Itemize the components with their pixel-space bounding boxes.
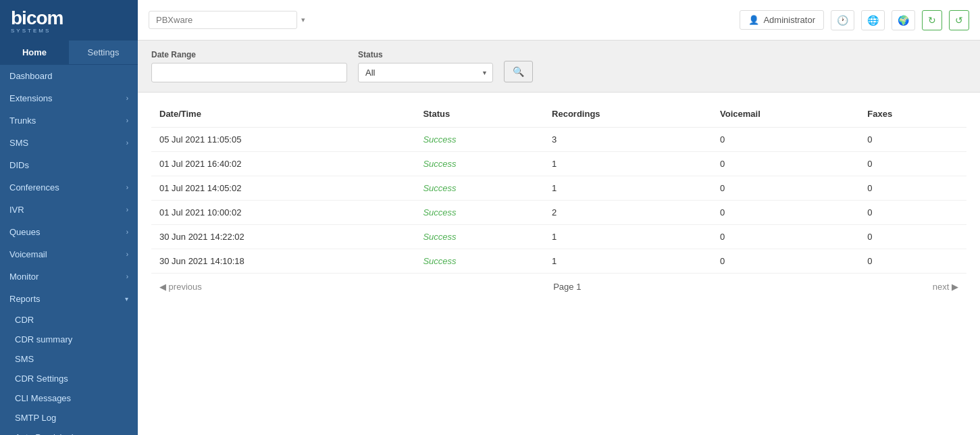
col-recordings: Recordings xyxy=(544,103,712,128)
sidebar-subitem-label: SMS xyxy=(15,354,34,364)
chevron-right-icon: › xyxy=(126,184,128,191)
sidebar-subitem-label: Auto Provisioning xyxy=(15,432,83,435)
status-group: Status All Success Failed xyxy=(358,50,493,82)
sidebar-item-label: SMS xyxy=(9,138,28,148)
table-row: 01 Jul 2021 10:00:02 Success 2 0 0 xyxy=(151,201,966,225)
nav-tabs: Home Settings xyxy=(0,41,138,65)
sidebar-subitem-label: CDR summary xyxy=(15,334,72,344)
sidebar-subitem-label: SMTP Log xyxy=(15,413,56,423)
cell-status: Success xyxy=(415,128,544,152)
tab-settings[interactable]: Settings xyxy=(69,41,138,64)
next-page-link[interactable]: next ▶ xyxy=(933,282,958,292)
sidebar-item-label: Monitor xyxy=(9,272,38,282)
cell-faxes: 0 xyxy=(859,249,966,274)
globe-button[interactable]: 🌐 xyxy=(861,10,885,30)
sidebar-subitem-label: CDR Settings xyxy=(15,374,68,384)
topbar: PBXware ▾ 👤 Administrator 🕐 🌐 🌍 ↻ ↺ xyxy=(138,0,980,41)
chevron-right-icon: › xyxy=(126,206,128,213)
sidebar-item-extensions[interactable]: Extensions › xyxy=(0,87,138,109)
col-datetime: Date/Time xyxy=(151,103,415,128)
table-row: 05 Jul 2021 11:05:05 Success 3 0 0 xyxy=(151,128,966,152)
chevron-right-icon: › xyxy=(126,139,128,147)
globe-icon: 🌐 xyxy=(867,15,879,26)
archiving-table: Date/Time Status Recordings Voicemail Fa… xyxy=(151,103,966,274)
cell-status: Success xyxy=(415,201,544,225)
status-select-wrapper: All Success Failed xyxy=(358,63,493,82)
clock-button[interactable]: 🕐 xyxy=(831,10,854,30)
table-row: 01 Jul 2021 16:40:02 Success 1 0 0 xyxy=(151,152,966,176)
cell-datetime: 30 Jun 2021 14:22:02 xyxy=(151,225,415,249)
cell-datetime: 30 Jun 2021 14:10:18 xyxy=(151,249,415,274)
pbxware-selector: PBXware ▾ xyxy=(149,11,733,29)
sidebar-item-monitor[interactable]: Monitor › xyxy=(0,265,138,288)
globe2-button[interactable]: 🌍 xyxy=(892,10,915,30)
content-area: Date/Time Status Recordings Voicemail Fa… xyxy=(138,93,980,435)
sidebar-item-label: Trunks xyxy=(9,116,36,126)
sidebar-subitem-cdr[interactable]: CDR xyxy=(0,310,138,330)
sidebar-item-label: IVR xyxy=(9,205,24,215)
sidebar-subitem-sms[interactable]: SMS xyxy=(0,349,138,369)
sidebar-subitem-cli-messages[interactable]: CLI Messages xyxy=(0,388,138,408)
admin-label: Administrator xyxy=(763,15,815,25)
sidebar-subitem-label: CDR xyxy=(15,315,34,325)
sidebar-item-dids[interactable]: DIDs xyxy=(0,154,138,176)
sidebar-subitem-cdr-summary[interactable]: CDR summary xyxy=(0,330,138,349)
sidebar-subitem-smtp-log[interactable]: SMTP Log xyxy=(0,408,138,428)
sidebar-item-voicemail[interactable]: Voicemail › xyxy=(0,243,138,265)
sidebar-item-label: Queues xyxy=(9,227,41,237)
cell-faxes: 0 xyxy=(859,152,966,176)
sidebar-item-conferences[interactable]: Conferences › xyxy=(0,176,138,199)
sidebar-item-dashboard[interactable]: Dashboard xyxy=(0,65,138,87)
tab-home[interactable]: Home xyxy=(0,41,69,64)
date-range-group: Date Range 09 Jul 2021 00:00:00 - 09 Jul… xyxy=(151,50,347,82)
sidebar-item-ivr[interactable]: IVR › xyxy=(0,199,138,221)
cell-status: Success xyxy=(415,249,544,274)
col-faxes: Faxes xyxy=(859,103,966,128)
pagination: ◀ previous Page 1 next ▶ xyxy=(151,274,966,295)
sidebar-item-label: DIDs xyxy=(9,160,29,170)
sidebar-item-sms[interactable]: SMS › xyxy=(0,132,138,154)
table-row: 30 Jun 2021 14:22:02 Success 1 0 0 xyxy=(151,225,966,249)
cell-recordings: 2 xyxy=(544,201,712,225)
filterbar: Date Range 09 Jul 2021 00:00:00 - 09 Jul… xyxy=(138,41,980,93)
cell-recordings: 3 xyxy=(544,128,712,152)
chevron-down-icon: ▾ xyxy=(125,295,128,303)
chevron-right-icon: › xyxy=(126,228,128,236)
cell-voicemail: 0 xyxy=(712,225,859,249)
sidebar: bicom SYSTEMS Home Settings Dashboard Ex… xyxy=(0,0,138,435)
sidebar-item-label: Voicemail xyxy=(9,249,47,259)
cell-recordings: 1 xyxy=(544,176,712,201)
administrator-button[interactable]: 👤 Administrator xyxy=(740,10,824,30)
cell-faxes: 0 xyxy=(859,176,966,201)
previous-page-link[interactable]: ◀ previous xyxy=(159,282,202,292)
refresh-button[interactable]: ↻ xyxy=(922,10,942,30)
col-voicemail: Voicemail xyxy=(712,103,859,128)
page-info: Page 1 xyxy=(553,282,581,292)
date-range-label: Date Range xyxy=(151,50,347,59)
globe2-icon: 🌍 xyxy=(898,15,909,26)
cell-faxes: 0 xyxy=(859,225,966,249)
cell-faxes: 0 xyxy=(859,128,966,152)
pbxware-input[interactable]: PBXware xyxy=(149,11,297,29)
cell-status: Success xyxy=(415,176,544,201)
cell-datetime: 01 Jul 2021 14:05:02 xyxy=(151,176,415,201)
cell-datetime: 01 Jul 2021 16:40:02 xyxy=(151,152,415,176)
logo: bicom SYSTEMS xyxy=(0,0,138,41)
status-select[interactable]: All Success Failed xyxy=(358,63,493,82)
cell-voicemail: 0 xyxy=(712,201,859,225)
date-range-input[interactable]: 09 Jul 2021 00:00:00 - 09 Jul 2021 23:59… xyxy=(151,63,347,82)
sidebar-item-label: Reports xyxy=(9,294,41,304)
sidebar-item-trunks[interactable]: Trunks › xyxy=(0,109,138,132)
refresh-icon: ↻ xyxy=(928,15,936,26)
search-button[interactable]: 🔍 xyxy=(504,61,533,82)
sidebar-item-queues[interactable]: Queues › xyxy=(0,221,138,243)
sidebar-subitem-auto-provisioning[interactable]: Auto Provisioning xyxy=(0,428,138,435)
chevron-right-icon: › xyxy=(126,251,128,258)
sidebar-item-reports[interactable]: Reports ▾ xyxy=(0,288,138,310)
chevron-right-icon: › xyxy=(126,117,128,124)
table-row: 01 Jul 2021 14:05:02 Success 1 0 0 xyxy=(151,176,966,201)
refresh2-button[interactable]: ↺ xyxy=(949,10,969,30)
cell-datetime: 01 Jul 2021 10:00:02 xyxy=(151,201,415,225)
cell-faxes: 0 xyxy=(859,201,966,225)
sidebar-subitem-cdr-settings[interactable]: CDR Settings xyxy=(0,369,138,388)
